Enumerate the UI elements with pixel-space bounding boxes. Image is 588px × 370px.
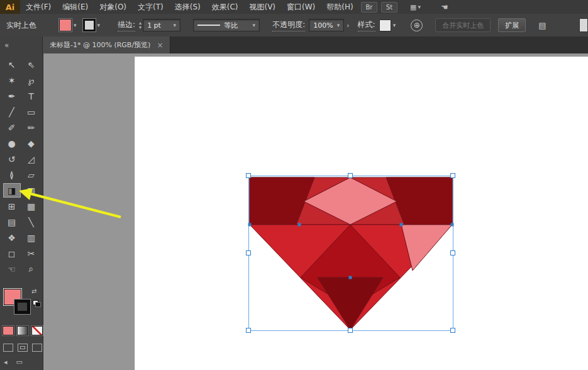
free-transform-tool[interactable]: ▱	[23, 167, 40, 182]
document-tab[interactable]: 未标题-1* @ 100% (RGB/预览) ×	[43, 36, 170, 53]
tool-panel: ↖⇖✶℘✒T╱▭✐✏●◆↺◿≬▱◨▨⊞▦▤╲❖▥◻✂☜⌕ ⇄ ◂ ▭	[0, 53, 43, 370]
menu-item-5[interactable]: 效果(C)	[206, 0, 244, 14]
blob-brush-tool[interactable]: ●	[3, 136, 21, 150]
draw-inside-mode-button[interactable]	[32, 344, 42, 352]
stroke-color-control[interactable]: ▾	[83, 19, 101, 31]
pen-tool[interactable]: ✒	[3, 89, 21, 103]
menu-items: 文件(F)编辑(E)对象(O)文字(T)选择(S)效果(C)视图(V)窗口(W)…	[20, 0, 359, 14]
fill-color-swatch[interactable]	[59, 19, 72, 31]
collapse-chevrons-icon: «	[4, 41, 9, 50]
eyedropper-tool[interactable]: ╲	[23, 215, 40, 229]
chevron-down-icon: ▾	[97, 22, 101, 28]
magic-wand-tool[interactable]: ✶	[3, 73, 21, 87]
hand-gesture-icon[interactable]: ☚	[441, 3, 448, 12]
menu-item-7[interactable]: 窗口(W)	[281, 0, 321, 14]
rotate-tool[interactable]: ↺	[3, 152, 21, 166]
width-profile-dropdown[interactable]: 等比 ▾	[193, 19, 260, 31]
stroke-width-dropdown[interactable]: 1 pt ▾	[143, 19, 180, 31]
zoom-tool[interactable]: ⌕	[23, 262, 40, 276]
none-button[interactable]	[31, 326, 43, 335]
tab-close-icon[interactable]: ×	[157, 41, 163, 50]
artboard[interactable]	[134, 57, 588, 370]
width-tool[interactable]: ≬	[3, 167, 21, 182]
draw-behind-mode-button[interactable]	[18, 344, 28, 352]
recolor-artwork-icon[interactable]: ⊕	[411, 20, 423, 31]
bridge-button[interactable]: Br	[361, 2, 377, 13]
tool-panel-footer: ◂ ▭	[4, 358, 23, 366]
control-panel-menu-icon[interactable]: ▤	[538, 21, 546, 30]
screen-mode-icon[interactable]: ▭	[16, 358, 23, 366]
gradient-tool[interactable]: ▤	[3, 215, 21, 229]
gradient-button[interactable]	[17, 326, 28, 335]
color-swatch-area: ⇄	[3, 288, 42, 323]
color-button[interactable]	[3, 326, 14, 335]
workspace-switcher[interactable]: ▦▾	[410, 3, 421, 11]
pencil-tool[interactable]: ✏	[23, 120, 40, 135]
stepper-down-icon[interactable]: ▾	[139, 25, 141, 30]
blend-tool[interactable]: ❖	[3, 230, 21, 245]
default-colors-icon[interactable]	[33, 300, 40, 306]
menu-item-3[interactable]: 文字(T)	[132, 0, 169, 14]
swap-colors-icon[interactable]: ⇄	[31, 288, 36, 294]
menu-item-6[interactable]: 视图(V)	[243, 0, 281, 14]
menu-item-2[interactable]: 对象(O)	[94, 0, 132, 14]
menu-bar-right: Br St ▦▾ ☚	[361, 0, 448, 14]
selection-tool[interactable]: ↖	[3, 57, 21, 72]
opacity-input[interactable]: 100% ▾	[309, 19, 344, 31]
chevron-down-icon: ▾	[337, 22, 340, 28]
style-dropdown[interactable]: ▾	[379, 20, 396, 31]
chevron-down-icon: ▾	[253, 22, 256, 28]
line-segment-tool[interactable]: ╱	[3, 104, 21, 119]
screen-mode-arrow-icon[interactable]: ◂	[4, 358, 8, 366]
stroke-width-stepper[interactable]: ▴ ▾	[139, 21, 141, 30]
menu-item-8[interactable]: 帮助(H)	[321, 0, 358, 14]
drawing-mode-row	[3, 344, 42, 352]
tab-bar: « 未标题-1* @ 100% (RGB/预览) ×	[0, 36, 588, 53]
menu-bar: Ai 文件(F)编辑(E)对象(O)文字(T)选择(S)效果(C)视图(V)窗口…	[0, 0, 588, 14]
stroke-profile-preview	[197, 25, 220, 26]
tool-grid: ↖⇖✶℘✒T╱▭✐✏●◆↺◿≬▱◨▨⊞▦▤╲❖▥◻✂☜⌕	[2, 57, 41, 277]
stroke-label[interactable]: 描边:	[118, 20, 135, 31]
context-label: 实时上色	[6, 20, 36, 31]
document-tab-title: 未标题-1* @ 100% (RGB/预览)	[50, 40, 150, 50]
lasso-tool[interactable]: ℘	[23, 73, 40, 87]
paint-mode-row	[3, 326, 43, 335]
menu-item-1[interactable]: 编辑(E)	[57, 0, 94, 14]
expand-button[interactable]: 扩展	[498, 18, 526, 32]
draw-normal-mode-button[interactable]	[3, 344, 13, 352]
menu-item-0[interactable]: 文件(F)	[20, 0, 57, 14]
paintbrush-tool[interactable]: ✐	[3, 120, 21, 135]
opacity-label[interactable]: 不透明度:	[272, 20, 305, 31]
app-logo: Ai	[0, 0, 20, 14]
mesh-tool[interactable]: ▦	[23, 199, 40, 213]
chevron-down-icon: ▾	[418, 4, 421, 10]
opacity-value: 100%	[313, 21, 333, 30]
opacity-panel-chevron-icon[interactable]: ›	[347, 21, 349, 30]
merge-live-paint-button: 合并实时上色	[435, 18, 491, 32]
direct-selection-tool[interactable]: ⇖	[23, 57, 40, 72]
live-paint-selection-tool[interactable]: ▨	[23, 183, 40, 198]
type-tool[interactable]: T	[23, 89, 40, 103]
stroke-swatch[interactable]	[14, 300, 30, 314]
style-label[interactable]: 样式:	[358, 20, 375, 31]
chevron-down-icon: ▾	[74, 22, 77, 28]
scale-tool[interactable]: ◿	[23, 152, 40, 166]
rectangle-tool[interactable]: ▭	[23, 104, 40, 119]
illustrator-window: Ai 文件(F)编辑(E)对象(O)文字(T)选择(S)效果(C)视图(V)窗口…	[0, 0, 588, 370]
menu-item-4[interactable]: 选择(S)	[169, 0, 206, 14]
live-paint-bucket-tool[interactable]: ◨	[3, 183, 21, 198]
hand-tool[interactable]: ☜	[3, 262, 21, 276]
toolbar-collapse-button[interactable]: «	[0, 36, 43, 53]
stroke-width-value: 1 pt	[147, 21, 161, 30]
stroke-color-swatch[interactable]	[83, 19, 96, 31]
partial-panel-icon[interactable]	[579, 18, 588, 32]
stock-button[interactable]: St	[381, 2, 397, 13]
fill-color-control[interactable]: ▾	[59, 19, 77, 31]
slice-tool[interactable]: ✂	[23, 246, 40, 261]
control-bar: 实时上色 ▾ ▾ 描边: ▴ ▾ 1 pt ▾ 等比 ▾ 不透明度: 100% …	[0, 14, 588, 37]
eraser-tool[interactable]: ◆	[23, 136, 40, 150]
column-graph-tool[interactable]: ▥	[23, 230, 40, 245]
artboard-tool[interactable]: ◻	[3, 246, 21, 261]
style-swatch[interactable]	[379, 20, 391, 31]
perspective-grid-tool[interactable]: ⊞	[3, 199, 21, 213]
